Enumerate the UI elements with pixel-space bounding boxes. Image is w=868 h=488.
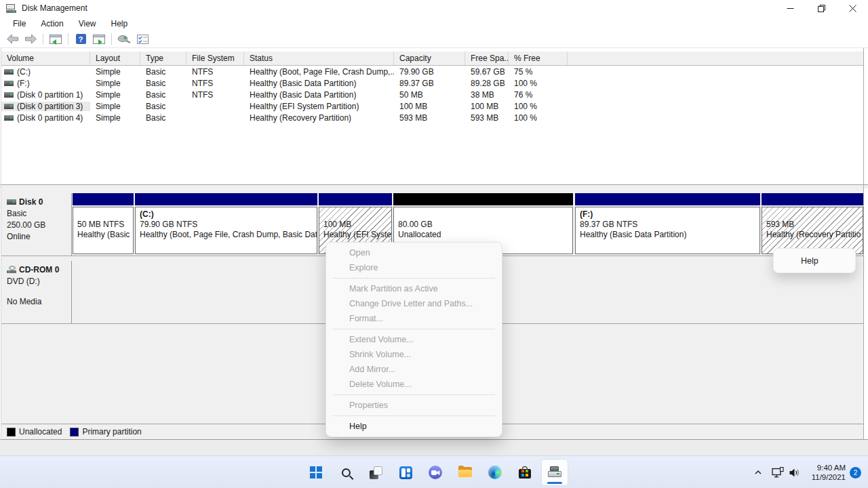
volume-label: (F:) (17, 79, 30, 88)
cell: Simple (90, 113, 140, 123)
taskbar-task-view-icon[interactable] (362, 459, 389, 486)
taskbar: 9:40 AM 11/9/2021 2 (0, 455, 868, 488)
toolbar-separator (43, 33, 43, 45)
taskbar-disk-management-icon[interactable] (541, 459, 568, 486)
table-row[interactable]: (F:)SimpleBasicNTFSHealthy (Basic Data P… (1, 77, 864, 89)
disk0-type: Basic (7, 209, 68, 218)
context-menu-item-add-mirror-: Add Mirror... (326, 362, 502, 377)
content-left-border (1, 48, 1, 440)
column-header-filler (568, 52, 864, 65)
cdrom-drive-letter: DVD (D:) (7, 277, 68, 286)
column-header-type[interactable]: Type (140, 52, 186, 65)
partition-title (323, 209, 387, 220)
cdrom-icon (7, 266, 16, 274)
taskbar-widgets-icon[interactable] (392, 459, 419, 486)
cell: 100 % (509, 102, 568, 111)
partition-status: Healthy (Basic Data Partition) (580, 230, 755, 240)
partition-title: (C:) (140, 209, 313, 220)
menu-help[interactable]: Help (104, 18, 136, 30)
volume-icon (4, 69, 14, 75)
column-header-status[interactable]: Status (244, 52, 394, 65)
volume-icon (4, 104, 14, 109)
partition-type-bar (73, 193, 134, 205)
partition-size: 50 MB NTFS (77, 220, 129, 230)
volume-icon (4, 92, 14, 98)
taskbar-file-explorer-icon[interactable] (452, 459, 479, 486)
checklist-icon[interactable] (134, 32, 151, 47)
cell: Healthy (Basic Data Partition) (244, 90, 394, 100)
screen-tip-icon[interactable] (116, 32, 132, 47)
table-row[interactable]: (Disk 0 partition 1)SimpleBasicNTFSHealt… (1, 89, 864, 100)
partition-type-bar (135, 193, 317, 205)
menu-file[interactable]: File (5, 18, 33, 30)
close-button[interactable] (837, 0, 868, 16)
title-bar: Disk Management (0, 0, 868, 16)
cell: Healthy (Basic Data Partition) (244, 79, 394, 88)
volume-icon (4, 81, 14, 86)
column-header-file-system[interactable]: File System (186, 52, 244, 65)
context-menu-item-change-drive-letter-and-paths-: Change Drive Letter and Paths... (326, 296, 502, 311)
cell: 100 % (509, 113, 568, 123)
partition-size: 89.37 GB NTFS (580, 220, 755, 230)
legend-label: Primary partition (82, 427, 141, 436)
cell: 89.37 GB (394, 79, 465, 88)
forward-icon[interactable] (22, 32, 39, 47)
help-popup[interactable]: Help (773, 248, 856, 273)
partition-50-mb-ntfs[interactable]: 50 MB NTFSHealthy (Basic (73, 193, 134, 254)
back-icon[interactable] (4, 32, 20, 47)
menu-separator (333, 415, 495, 416)
partition-title (398, 209, 568, 220)
context-menu-item-format-: Format... (326, 311, 502, 326)
cell: 38 MB (465, 90, 509, 100)
context-menu-item-help[interactable]: Help (326, 419, 502, 434)
restore-button[interactable] (806, 0, 837, 16)
menu-action[interactable]: Action (33, 18, 71, 30)
context-menu-item-properties: Properties (326, 398, 502, 413)
taskbar-edge-icon[interactable] (481, 459, 509, 486)
column-header--free[interactable]: % Free (509, 52, 568, 65)
partition--f-[interactable]: (F:)89.37 GB NTFSHealthy (Basic Data Par… (575, 193, 760, 254)
help-icon[interactable]: ? (73, 32, 89, 47)
menu-view[interactable]: View (71, 18, 104, 30)
partition-body[interactable]: 50 MB NTFSHealthy (Basic (73, 207, 134, 254)
table-row[interactable]: (C:)SimpleBasicNTFSHealthy (Boot, Page F… (1, 66, 864, 77)
tray-status-icons[interactable] (767, 459, 805, 486)
cell: 100 MB (394, 102, 465, 111)
tray-chevron-up-icon[interactable] (749, 459, 767, 486)
taskbar-chat-icon[interactable] (422, 459, 449, 486)
menu-separator (333, 278, 495, 279)
show-action-pane-icon[interactable] (91, 32, 107, 47)
cdrom-info-panel[interactable]: CD-ROM 0 DVD (D:) No Media (1, 261, 72, 323)
menu-bar: FileActionViewHelp (0, 16, 868, 30)
table-row[interactable]: (Disk 0 partition 4)SimpleBasicHealthy (… (1, 112, 864, 123)
cell: 59.67 GB (465, 67, 509, 77)
partition-type-bar (575, 193, 760, 205)
volume-label: (Disk 0 partition 1) (17, 90, 83, 100)
tray-clock[interactable]: 9:40 AM 11/9/2021 (812, 463, 846, 482)
taskbar-store-icon[interactable] (511, 459, 538, 486)
table-row[interactable]: (Disk 0 partition 3)SimpleBasicHealthy (… (1, 100, 864, 112)
notification-badge[interactable]: 2 (850, 467, 861, 479)
partition-body[interactable]: (C:)79.90 GB NTFSHealthy (Boot, Page Fil… (135, 207, 317, 254)
partition-body[interactable]: 593 MBHealthy (Recovery Partitio (762, 207, 863, 254)
legend-item: Unallocated (7, 427, 62, 436)
taskbar-search-icon[interactable] (332, 459, 359, 486)
partition-size: 593 MB (766, 220, 859, 230)
show-console-tree-icon[interactable] (47, 32, 64, 47)
tray-date: 11/9/2021 (812, 472, 846, 482)
cell: 593 MB (465, 113, 509, 123)
minimize-button[interactable] (774, 0, 806, 16)
partition-593-mb[interactable]: 593 MBHealthy (Recovery Partitio (762, 193, 863, 254)
content-right-border (863, 48, 864, 440)
disk0-status: Online (7, 232, 68, 241)
column-header-capacity[interactable]: Capacity (394, 52, 465, 65)
disk0-info-panel[interactable]: Disk 0 Basic 250.00 GB Online (1, 193, 72, 256)
desktop: Disk Management FileActionViewHelp ? Vol… (0, 0, 868, 488)
network-icon (772, 467, 785, 478)
partition--c-[interactable]: (C:)79.90 GB NTFSHealthy (Boot, Page Fil… (135, 193, 317, 254)
partition-body[interactable]: (F:)89.37 GB NTFSHealthy (Basic Data Par… (575, 207, 760, 254)
column-header-free-spa-[interactable]: Free Spa... (465, 52, 509, 65)
column-header-layout[interactable]: Layout (90, 52, 140, 65)
column-header-volume[interactable]: Volume (1, 52, 90, 65)
taskbar-start-icon[interactable] (302, 459, 330, 486)
